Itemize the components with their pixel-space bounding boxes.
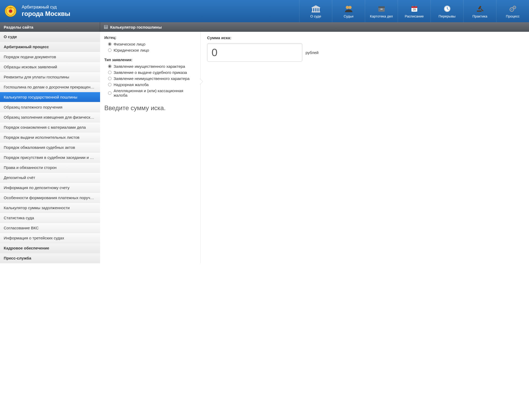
svg-point-32 — [106, 27, 107, 28]
sidebar-item[interactable]: Порядок присутствия в судебном заседании… — [0, 153, 100, 163]
radio-label: Апелляционная и (или) кассационная жалоб… — [114, 88, 197, 97]
header: Арбитражный суд города Москвы О суде Суд… — [0, 0, 529, 22]
svg-point-14 — [412, 6, 413, 7]
nav-cases[interactable]: Картотека дел — [365, 0, 398, 22]
nav-about[interactable]: О суде — [299, 0, 332, 22]
sidebar: О судеАрбитражный процессПорядок подачи … — [0, 32, 100, 263]
svg-rect-29 — [105, 26, 107, 26]
content: Истец: Физическое лицо Юридическое лицо … — [100, 32, 529, 263]
svg-point-34 — [106, 28, 106, 28]
sidebar-item[interactable]: Калькулятор государственной пошлины — [0, 92, 100, 102]
sidebar-section-header[interactable]: О суде — [0, 32, 100, 42]
nav-label: Расписание — [405, 14, 424, 18]
calculator-icon — [104, 25, 108, 29]
form-options: Истец: Физическое лицо Юридическое лицо … — [100, 32, 201, 263]
claimtype-supervisory[interactable]: Надзорная жалоба — [108, 82, 197, 87]
sidebar-item[interactable]: Образцы исковых заявлений — [0, 62, 100, 72]
svg-rect-2 — [312, 8, 313, 11]
sidebar-item[interactable]: Депозитный счёт — [0, 173, 100, 183]
radio-label: Юридическое лицо — [114, 48, 149, 52]
sum-panel: Сумма иска: рублей — [201, 32, 529, 263]
sidebar-item[interactable]: Статистика суда — [0, 213, 100, 223]
radio-input[interactable] — [108, 65, 111, 68]
sidebar-item[interactable]: Согласование ВКС — [0, 223, 100, 233]
nav-process[interactable]: Процесс — [496, 0, 529, 22]
plaintiff-option-legal[interactable]: Юридическое лицо — [108, 48, 197, 52]
svg-point-31 — [106, 27, 106, 28]
top-nav: О суде Судьи Картотека дел 09 Расписание… — [299, 0, 529, 22]
radio-input[interactable] — [108, 77, 111, 80]
svg-rect-22 — [477, 11, 482, 12]
nav-schedule[interactable]: 09 Расписание — [398, 0, 431, 22]
instruction-text: Введите сумму иска. — [104, 104, 197, 112]
nav-label: О суде — [310, 14, 321, 18]
svg-point-1 — [9, 10, 12, 13]
svg-rect-10 — [378, 6, 385, 8]
sidebar-item[interactable]: Реквизиты для уплаты госпошлины — [0, 72, 100, 82]
radio-input[interactable] — [108, 71, 111, 74]
judges-icon — [344, 4, 353, 13]
nav-practice[interactable]: Практика — [463, 0, 496, 22]
svg-rect-3 — [314, 8, 315, 11]
brand-line2: города Москвы — [22, 10, 70, 18]
calendar-icon: 09 — [410, 4, 419, 13]
gavel-icon — [475, 4, 485, 13]
claimtype-appeal[interactable]: Апелляционная и (или) кассационная жалоб… — [108, 88, 197, 97]
sidebar-item[interactable]: Порядок ознакомления с материалами дела — [0, 122, 100, 132]
svg-point-15 — [415, 6, 416, 7]
claimtype-label: Тип заявления: — [104, 58, 197, 62]
subheader-left: Разделы сайта — [0, 22, 100, 32]
brand-text: Арбитражный суд города Москвы — [22, 5, 70, 18]
subheader: Разделы сайта Калькулятор госпошлины — [0, 22, 529, 32]
nav-breaks[interactable]: Перерывы — [431, 0, 463, 22]
nav-label: Картотека дел — [370, 14, 393, 18]
plaintiff-option-individual[interactable]: Физическое лицо — [108, 42, 197, 46]
radio-label: Заявление о выдаче судебного приказа — [114, 70, 187, 75]
svg-rect-5 — [319, 8, 320, 11]
claimtype-nonproperty[interactable]: Заявление неимущественного характера — [108, 76, 197, 81]
radio-input[interactable] — [108, 91, 111, 95]
radio-input[interactable] — [108, 48, 111, 52]
court-building-icon — [311, 4, 321, 13]
svg-point-30 — [105, 27, 105, 28]
sum-label: Сумма иска: — [207, 35, 523, 40]
sidebar-item[interactable]: Госпошлина по делам о досрочном прекраще… — [0, 82, 100, 92]
sidebar-section-header[interactable]: Кадровое обеспечение — [0, 243, 100, 253]
sidebar-item[interactable]: Образец платежного поручения — [0, 102, 100, 112]
sidebar-section-header[interactable]: Арбитражный процесс — [0, 42, 100, 52]
radio-input[interactable] — [108, 83, 111, 86]
svg-point-27 — [514, 7, 515, 8]
clock-icon — [442, 4, 452, 13]
svg-text:09: 09 — [413, 8, 416, 11]
sidebar-item[interactable]: Образец заполнения извещения для физичес… — [0, 112, 100, 122]
sidebar-item[interactable]: Порядок обжалования судебных актов — [0, 142, 100, 153]
claimtype-property[interactable]: Заявление имущественного характера — [108, 64, 197, 69]
radio-label: Надзорная жалоба — [114, 82, 149, 87]
sidebar-item[interactable]: Порядок выдачи исполнительных листов — [0, 132, 100, 142]
subheader-right: Калькулятор госпошлины — [100, 22, 529, 32]
radio-input[interactable] — [108, 42, 111, 46]
emblem-icon — [4, 4, 17, 18]
radio-label: Заявление неимущественного характера — [114, 76, 190, 81]
nav-label: Практика — [472, 14, 487, 18]
sidebar-item[interactable]: Калькулятор суммы задолженности — [0, 203, 100, 213]
card-box-icon — [377, 4, 386, 13]
svg-rect-6 — [312, 11, 320, 12]
claimtype-court-order[interactable]: Заявление о выдаче судебного приказа — [108, 70, 197, 75]
sidebar-section-header[interactable]: Пресс-служба — [0, 253, 100, 263]
sum-input[interactable] — [207, 43, 302, 62]
svg-point-35 — [106, 28, 107, 28]
nav-judges[interactable]: Судьи — [332, 0, 365, 22]
nav-label: Перерывы — [439, 14, 456, 18]
sidebar-item[interactable]: Особенности формирования платежных поруч… — [0, 193, 100, 203]
svg-point-26 — [511, 9, 512, 10]
gears-icon — [508, 4, 518, 13]
svg-point-8 — [348, 6, 352, 9]
brand[interactable]: Арбитражный суд города Москвы — [0, 0, 77, 22]
radio-label: Заявление имущественного характера — [114, 64, 185, 69]
sidebar-item[interactable]: Информация о третейских судах — [0, 233, 100, 243]
brand-line1: Арбитражный суд — [22, 5, 70, 10]
sidebar-item[interactable]: Информация по депозитному счету — [0, 183, 100, 193]
sidebar-item[interactable]: Права и обязанности сторон — [0, 163, 100, 173]
sidebar-item[interactable]: Порядок подачи документов — [0, 52, 100, 62]
